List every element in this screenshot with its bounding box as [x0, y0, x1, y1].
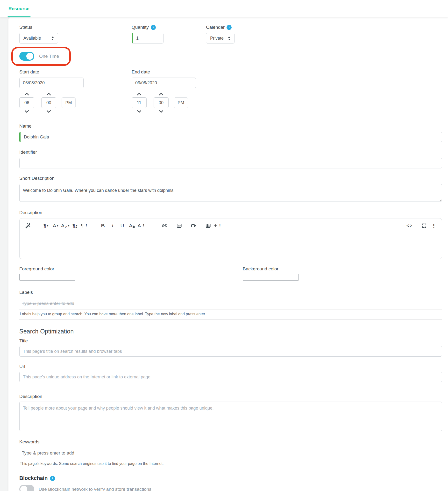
more-options-button[interactable]: ⋮ [429, 221, 438, 230]
calendar-label: Calendar i [206, 25, 234, 30]
status-select[interactable]: Available [19, 33, 58, 44]
insert-table-button[interactable] [204, 221, 213, 230]
start-meridiem-button[interactable]: PM [62, 97, 75, 108]
keywords-tag-input[interactable] [19, 447, 442, 459]
one-time-label: One Time [39, 54, 59, 59]
bold-button[interactable]: B [98, 221, 107, 230]
calendar-select[interactable]: Private [206, 33, 234, 44]
italic-button[interactable]: i [108, 221, 117, 230]
start-minute-spinner [41, 92, 56, 114]
time-colon: : [37, 100, 39, 105]
minute-up-icon[interactable] [47, 92, 51, 96]
end-minute-input[interactable] [154, 97, 168, 108]
start-hour-input[interactable] [19, 97, 34, 108]
end-time-picker: : PM [132, 92, 244, 114]
search-optimization-heading: Search Optimization [19, 328, 442, 335]
identifier-field: Identifier [19, 150, 442, 169]
code-view-button[interactable]: <> [405, 221, 414, 230]
editor-toolbar: ¶ ▾ A ▾ AA ▾ ¶ ★ ▾ ¶ ⋮ [19, 218, 442, 233]
end-date-label: End date [132, 69, 244, 75]
fullscreen-button[interactable] [420, 221, 429, 230]
description-field: Description ¶ ▾ A [19, 210, 442, 259]
blockchain-toggle[interactable] [19, 485, 34, 491]
identifier-label: Identifier [19, 150, 442, 155]
background-color-input[interactable] [243, 274, 299, 281]
seo-description-field: Description [19, 394, 442, 432]
paragraph-more-button[interactable]: ¶ ⋮ [80, 221, 89, 230]
short-description-label: Short Description [19, 176, 442, 181]
end-meridiem-button[interactable]: PM [174, 97, 188, 108]
quantity-info-icon[interactable]: i [151, 25, 156, 30]
font-size-button[interactable]: AA ▾ [61, 221, 70, 230]
status-quantity-calendar-row: Status Available Quantity i Calendar i P… [19, 25, 442, 44]
text-color-button[interactable]: A [127, 221, 136, 230]
labels-tag-input[interactable] [19, 298, 442, 309]
blockchain-info-icon[interactable]: i [50, 476, 55, 481]
table-icon [205, 223, 211, 229]
editor-content-area[interactable] [19, 233, 442, 259]
seo-title-field: Title [19, 338, 442, 357]
colors-row: Foreground color Background color [19, 266, 442, 281]
insert-video-button[interactable] [189, 221, 198, 230]
font-style-button[interactable]: A ▾ [51, 221, 60, 230]
image-icon [176, 223, 182, 229]
paragraph-style-button[interactable]: ¶ ★ ▾ [70, 221, 79, 230]
start-hour-spinner [19, 92, 34, 114]
start-date-input[interactable] [19, 77, 84, 88]
status-selected-value: Available [23, 36, 41, 41]
start-minute-input[interactable] [41, 97, 56, 108]
labels-label: Labels [19, 290, 442, 295]
seo-url-input[interactable] [19, 372, 442, 382]
insert-image-button[interactable] [175, 221, 184, 230]
calendar-selected-value: Private [210, 36, 224, 41]
divider [19, 319, 442, 320]
end-minute-spinner [154, 92, 168, 114]
hour-up-icon[interactable] [137, 92, 141, 96]
toggle-knob [20, 486, 27, 491]
short-description-textarea[interactable]: Welcome to Dolphin Gala. Where you can d… [19, 184, 442, 202]
tab-resource-label: Resource [9, 6, 29, 11]
hour-down-icon[interactable] [137, 109, 141, 114]
foreground-color-input[interactable] [19, 274, 75, 281]
insert-link-button[interactable] [160, 221, 169, 230]
seo-title-input[interactable] [19, 346, 442, 357]
underline-button[interactable]: U [118, 221, 127, 230]
hour-down-icon[interactable] [25, 109, 29, 114]
background-color-label: Background color [243, 266, 299, 272]
minute-down-icon[interactable] [159, 109, 163, 114]
toggle-knob [26, 53, 33, 60]
one-time-toggle[interactable] [19, 52, 34, 61]
keywords-field: Keywords This page's keywords. Some sear… [19, 439, 442, 469]
hour-up-icon[interactable] [25, 92, 29, 96]
tab-resource[interactable]: Resource [9, 0, 29, 17]
quantity-label: Quantity i [132, 25, 206, 30]
magic-wand-button[interactable] [23, 221, 32, 230]
calendar-info-icon[interactable]: i [226, 25, 232, 30]
more-text-button[interactable]: A ⋮ [137, 221, 146, 230]
seo-url-field: Url [19, 364, 442, 382]
status-field: Status Available [19, 25, 132, 44]
seo-description-textarea[interactable] [19, 402, 442, 431]
background-color-field: Background color [243, 266, 299, 281]
identifier-input[interactable] [19, 158, 442, 169]
status-label: Status [19, 25, 132, 30]
video-icon [191, 223, 196, 229]
paragraph-format-button[interactable]: ¶ ▾ [41, 221, 50, 230]
minute-down-icon[interactable] [47, 109, 51, 114]
labels-helper-text: Labels help you to group and search. You… [19, 310, 442, 319]
end-hour-input[interactable] [132, 97, 147, 108]
time-colon: : [149, 100, 151, 105]
quantity-input[interactable] [132, 33, 164, 44]
calendar-field: Calendar i Private [206, 25, 234, 44]
seo-url-label: Url [19, 364, 442, 369]
tab-active-underline [8, 16, 31, 17]
minute-up-icon[interactable] [159, 92, 163, 96]
name-input[interactable] [19, 132, 442, 142]
blockchain-toggle-label: Use Blockchain network to verify and sto… [39, 487, 151, 491]
end-date-input[interactable] [132, 77, 196, 88]
start-date-label: Start date [19, 69, 132, 75]
short-description-field: Short Description Welcome to Dolphin Gal… [19, 176, 442, 203]
keywords-helper-text: This page's keywords. Some search engine… [19, 459, 442, 469]
more-insert-button[interactable]: + ⋮ [213, 221, 223, 230]
end-date-field: End date : PM [132, 69, 244, 114]
